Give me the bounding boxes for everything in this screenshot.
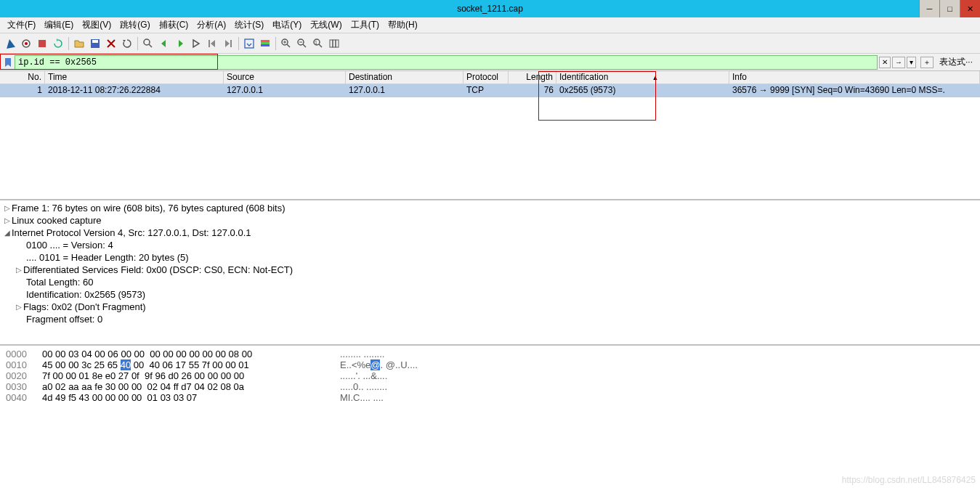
col-protocol[interactable]: Protocol [463,71,509,84]
minimize-button[interactable]: ─ [919,0,939,17]
tree-header-length[interactable]: .... 0101 = Header Length: 20 bytes (5) [0,251,980,264]
bytes-row[interactable]: 0030 a0 02 aa aa fe 30 00 00 02 04 ff d7… [0,381,980,392]
shark-fin-icon[interactable] [3,36,17,51]
bytes-hex: 7f 00 00 01 8e e0 27 0f 9f 96 d0 26 00 0… [42,370,340,381]
expression-button[interactable]: 表达式··· [935,56,977,68]
filter-apply-button[interactable]: → [892,57,905,68]
bytes-row[interactable]: 0040 4d 49 f5 43 00 00 00 00 01 03 03 07… [0,392,980,403]
tree-dsf[interactable]: ▷Differentiated Services Field: 0x00 (DS… [0,264,980,276]
close-file-icon[interactable] [104,36,118,51]
menu-statistics[interactable]: 统计(S) [230,17,268,33]
filter-recent-dropdown[interactable]: ▾ [907,57,916,68]
tree-fragment-offset[interactable]: Fragment offset: 0 [0,313,980,325]
cell-identification: 0x2565 (9573) [556,84,729,97]
menu-edit[interactable]: 编辑(E) [40,17,78,33]
bytes-offset: 0030 [6,381,42,392]
bookmark-filter-icon[interactable] [3,57,13,68]
svg-rect-2 [39,40,46,47]
expand-icon[interactable]: ▷ [15,266,23,274]
filter-bar: ✕ → ▾ ＋ 表达式··· [0,54,980,71]
menu-view[interactable]: 视图(V) [78,17,116,33]
tree-ipv4[interactable]: ◢Internet Protocol Version 4, Src: 127.0… [0,227,980,239]
svg-rect-12 [261,44,270,46]
menu-wireless[interactable]: 无线(W) [306,17,346,33]
bytes-ascii: E..<%e@. @..U.... [340,359,418,370]
bytes-ascii: ........ ........ [340,349,384,359]
bytes-row[interactable]: 0010 45 00 00 3c 25 65 40 00 40 06 17 55… [0,359,980,370]
tree-linux-cooked[interactable]: ▷Linux cooked capture [0,214,980,227]
go-first-icon[interactable] [205,36,219,51]
bytes-row[interactable]: 0000 00 00 03 04 00 06 00 00 00 00 00 00… [0,349,980,359]
go-forward-icon[interactable] [173,36,187,51]
reload-file-icon[interactable] [120,36,134,51]
menu-help[interactable]: 帮助(H) [384,17,422,33]
svg-text:1: 1 [315,40,317,45]
capture-options-icon[interactable] [19,36,33,51]
bytes-ascii: MI.C.... .... [340,392,384,403]
restart-capture-icon[interactable] [51,36,65,51]
menu-capture[interactable]: 捕获(C) [155,17,193,33]
bytes-hex: a0 02 aa aa fe 30 00 00 02 04 ff d7 04 0… [42,381,340,392]
stop-capture-icon[interactable] [35,36,49,51]
maximize-button[interactable]: □ [939,0,960,17]
filter-controls: ✕ → ▾ [879,57,919,68]
packet-bytes-pane[interactable]: 0000 00 00 03 04 00 06 00 00 00 00 00 00… [0,346,980,488]
menu-analyze[interactable]: 分析(A) [193,17,230,33]
bytes-hex: 4d 49 f5 43 00 00 00 00 01 03 03 07 [42,392,340,403]
go-to-packet-icon[interactable] [189,36,203,51]
tree-total-length[interactable]: Total Length: 60 [0,276,980,288]
col-time[interactable]: Time [45,71,224,84]
svg-line-16 [303,44,306,47]
svg-rect-4 [92,40,98,43]
menu-telephony[interactable]: 电话(Y) [268,17,306,33]
svg-rect-21 [333,40,336,47]
expand-icon[interactable]: ▷ [3,216,12,224]
display-filter-input[interactable] [15,57,877,68]
cell-length: 76 [509,84,556,97]
cell-source: 127.0.0.1 [224,84,346,97]
bytes-row[interactable]: 0020 7f 00 00 01 8e e0 27 0f 9f 96 d0 26… [0,370,980,381]
packet-list-header: No. Time Source Destination Protocol Len… [0,71,980,84]
open-file-icon[interactable] [72,36,86,51]
close-button[interactable]: ✕ [960,0,980,17]
col-source[interactable]: Source [224,71,346,84]
menu-file[interactable]: 文件(F) [3,17,40,33]
zoom-out-icon[interactable] [295,36,309,51]
go-back-icon[interactable] [157,36,171,51]
zoom-in-icon[interactable] [279,36,293,51]
tree-version[interactable]: 0100 .... = Version: 4 [0,239,980,251]
svg-line-6 [149,44,152,47]
col-length[interactable]: Length [509,71,556,84]
cell-protocol: TCP [463,84,509,97]
go-last-icon[interactable] [221,36,235,51]
resize-columns-icon[interactable] [327,36,341,51]
filter-add-button[interactable]: ＋ [920,57,934,68]
col-no[interactable]: No. [0,71,45,84]
tree-flags[interactable]: ▷Flags: 0x02 (Don't Fragment) [0,301,980,313]
col-identification[interactable]: Identification▲ [556,71,729,84]
colorize-icon[interactable] [258,36,272,51]
expand-icon[interactable]: ▷ [15,303,23,311]
save-file-icon[interactable] [88,36,102,51]
col-info[interactable]: Info [729,71,980,84]
menu-go[interactable]: 跳转(G) [116,17,154,33]
svg-line-14 [287,44,290,47]
expand-icon[interactable]: ▷ [3,204,12,212]
cell-no: 1 [0,84,45,97]
col-destination[interactable]: Destination [346,71,463,84]
tree-frame[interactable]: ▷Frame 1: 76 bytes on wire (608 bits), 7… [0,202,980,214]
menu-tools[interactable]: 工具(T) [347,17,384,33]
collapse-icon[interactable]: ◢ [3,229,12,237]
filter-clear-button[interactable]: ✕ [879,57,891,68]
auto-scroll-icon[interactable] [242,36,256,51]
packet-details-pane[interactable]: ▷Frame 1: 76 bytes on wire (608 bits), 7… [0,200,980,346]
packet-row[interactable]: 1 2018-12-11 08:27:26.222884 127.0.0.1 1… [0,84,980,97]
svg-rect-7 [208,40,210,47]
find-icon[interactable] [141,36,155,51]
bytes-offset: 0040 [6,392,42,403]
packet-list-pane[interactable]: No. Time Source Destination Protocol Len… [0,71,980,200]
bytes-ascii: ......'. ...&.... [340,370,387,381]
svg-point-5 [144,39,150,45]
zoom-reset-icon[interactable]: 1 [311,36,325,51]
tree-identification[interactable]: Identification: 0x2565 (9573) [0,288,980,301]
